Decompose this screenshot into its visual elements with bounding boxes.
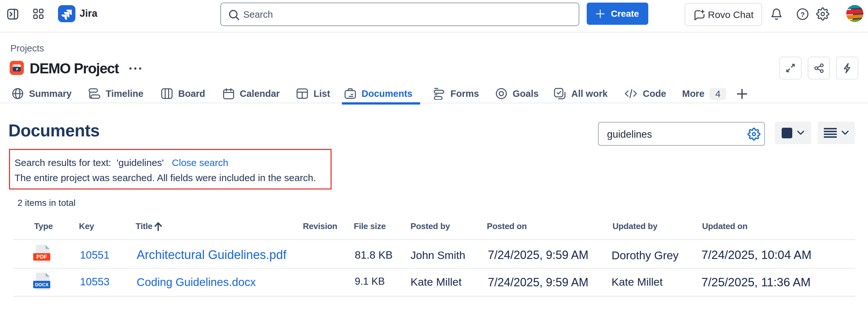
svg-text:?: ? bbox=[800, 11, 805, 19]
svg-text:DOCX: DOCX bbox=[35, 282, 49, 287]
svg-text:PDF: PDF bbox=[36, 254, 47, 259]
